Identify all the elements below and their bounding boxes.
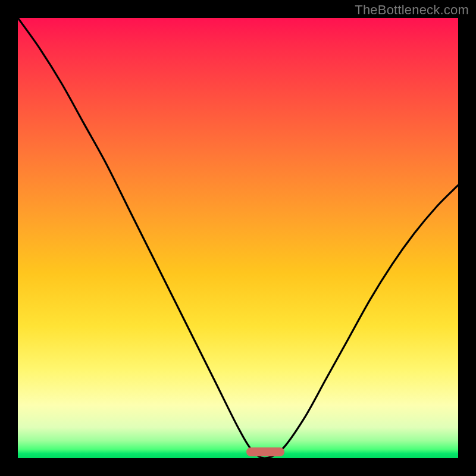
bottleneck-curve	[18, 18, 458, 458]
watermark-text: TheBottleneck.com	[355, 2, 469, 18]
chart-frame: TheBottleneck.com	[0, 0, 476, 476]
plot-area	[18, 18, 458, 458]
curve-path	[18, 18, 458, 458]
optimal-marker	[246, 447, 284, 456]
